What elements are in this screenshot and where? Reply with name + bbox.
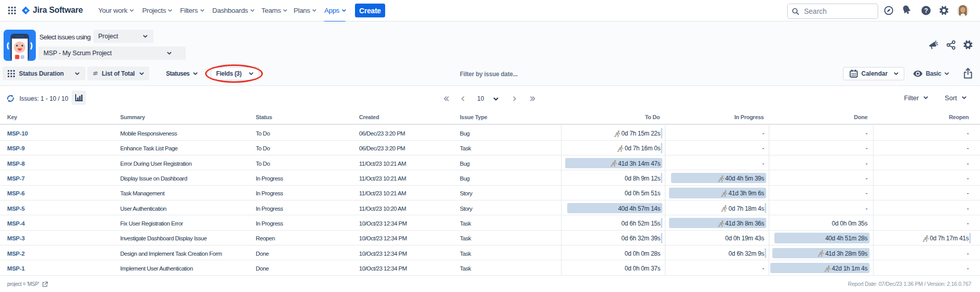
- svg-text:?: ?: [924, 7, 928, 14]
